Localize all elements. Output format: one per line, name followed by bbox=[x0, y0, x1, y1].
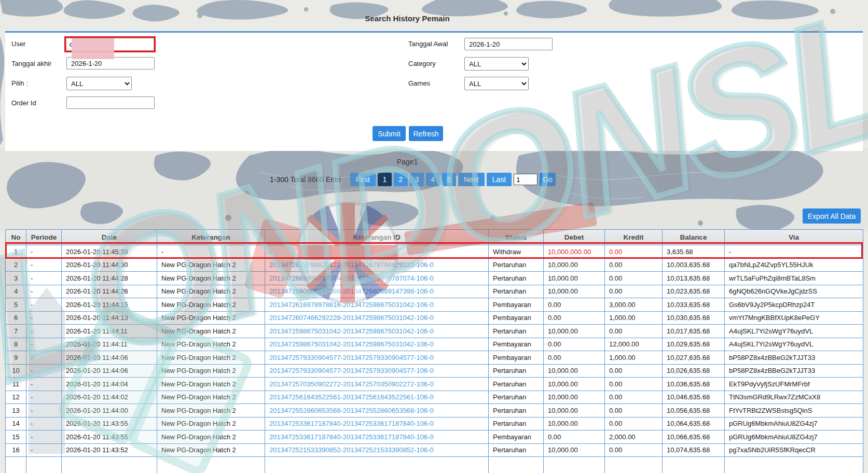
cell-balance: 10,030,635.68 bbox=[663, 311, 725, 325]
pagination-last-button[interactable]: Last bbox=[487, 173, 512, 186]
cell-status: Pertaruhan bbox=[489, 285, 544, 298]
cell-kredit: 1,000.00 bbox=[605, 351, 663, 365]
keterangan-id-link[interactable]: 2013472579330904577-2013472579330904577-… bbox=[265, 351, 489, 365]
pagination-page-5[interactable]: 5 bbox=[442, 173, 456, 186]
cell-via: 6gNQb626nGQVkeJgCjdzSS bbox=[725, 285, 863, 298]
pagination-page-3[interactable]: 3 bbox=[410, 173, 424, 186]
cell-balance: 10,027,635.68 bbox=[663, 351, 725, 365]
cell-via: pGRUg6MbkmAhiuU8ZG4zj7 bbox=[725, 430, 863, 444]
cell-periode: - bbox=[26, 351, 62, 365]
cell-no: 3 bbox=[6, 272, 26, 285]
keterangan-id-link[interactable]: 2013472552860653568-2013472552860653568-… bbox=[265, 404, 489, 418]
cell-periode: - bbox=[26, 311, 62, 325]
cell-no: 15 bbox=[6, 430, 26, 444]
cell-via: FtYvTRBt2ZWSBstsg5QinS bbox=[725, 404, 863, 418]
cell-date: 2026-01-20 11:43:52 bbox=[62, 443, 157, 457]
cell-kredit: 3,000.00 bbox=[605, 298, 663, 312]
keterangan-id-link[interactable]: 2013472616978978816-2013472598675031042-… bbox=[265, 298, 489, 312]
keterangan-id-link[interactable]: 2013472598675031042-2013472598675031042-… bbox=[265, 325, 489, 338]
cell-debet: 10,000.00 bbox=[544, 285, 605, 298]
cell-date: 2026-01-20 11:44:06 bbox=[62, 364, 157, 378]
order-id-input[interactable] bbox=[66, 96, 155, 109]
table-row: 5-2026-01-20 11:44:15New PG-Dragon Hatch… bbox=[6, 298, 863, 312]
cell-keterangan: New PG-Dragon Hatch 2 bbox=[157, 311, 265, 325]
pagination-go-button[interactable]: Go bbox=[540, 173, 556, 186]
pagination-next-button[interactable]: Next bbox=[458, 173, 485, 186]
pagination-page-2[interactable]: 2 bbox=[394, 173, 408, 186]
cell-balance: 10,066,635.68 bbox=[663, 430, 725, 444]
cell-no: 13 bbox=[6, 404, 26, 418]
keterangan-id-link[interactable]: 2013472660889147398-2013472660889147398-… bbox=[265, 285, 489, 298]
cell-no: 14 bbox=[6, 417, 26, 430]
refresh-button[interactable]: Refresh bbox=[409, 126, 443, 141]
cell-balance: 3,635.68 bbox=[663, 245, 725, 259]
cell-date: 2026-01-20 11:44:28 bbox=[62, 272, 157, 285]
cell-status: Pembayaran bbox=[489, 351, 544, 365]
pagination-first-button[interactable]: First bbox=[350, 173, 376, 186]
cell-date: 2026-01-20 11:44:11 bbox=[62, 338, 157, 351]
cell-date: 2026-01-20 11:44:00 bbox=[62, 404, 157, 418]
submit-button[interactable]: Submit bbox=[373, 126, 406, 141]
order-id-label: Order Id bbox=[11, 99, 36, 107]
cell-keterangan: New PG-Dragon Hatch 2 bbox=[157, 258, 265, 272]
cell-empty bbox=[605, 457, 663, 473]
category-select[interactable]: ALL bbox=[464, 57, 529, 71]
cell-empty bbox=[489, 457, 544, 473]
keterangan-id-link[interactable]: 2013472607466292228-2013472598675031042-… bbox=[265, 311, 489, 325]
cell-debet: 0.00 bbox=[544, 298, 605, 312]
cell-keterangan: New PG-Dragon Hatch 2 bbox=[157, 417, 265, 430]
cell-status: Pertaruhan bbox=[489, 417, 544, 430]
pilih-select[interactable]: ALL bbox=[66, 77, 132, 90]
export-all-data-button[interactable]: Export All Data bbox=[803, 208, 861, 224]
tanggal-awal-input[interactable] bbox=[464, 38, 553, 50]
search-history-screen: Search History Pemain User Tanggal akhir… bbox=[0, 0, 868, 473]
cell-periode: - bbox=[26, 443, 62, 457]
cell-status: Pembayaran bbox=[489, 298, 544, 312]
keterangan-id-link[interactable]: 2013472570350902272-2013472570350902272-… bbox=[265, 378, 489, 391]
cell-keterangan: New PG-Dragon Hatch 2 bbox=[157, 351, 265, 365]
cell-kredit: 0.00 bbox=[605, 404, 663, 418]
table-row: 9-2026-01-20 11:44:06New PG-Dragon Hatch… bbox=[6, 351, 863, 365]
cell-debet: 0.00 bbox=[544, 351, 605, 365]
cell-no: 12 bbox=[6, 391, 26, 404]
keterangan-id-link[interactable]: 2013472521533390852-2013472521533390852-… bbox=[265, 443, 489, 457]
keterangan-id-link[interactable]: 2013472669990787074-2013472669990787074-… bbox=[265, 272, 489, 285]
cell-empty bbox=[157, 457, 265, 473]
cell-balance: 10,003,635.68 bbox=[663, 258, 725, 272]
tanggal-awal-label: Tanggal Awal bbox=[408, 40, 448, 48]
cell-no: 11 bbox=[6, 378, 26, 391]
pagination-goto-input[interactable] bbox=[514, 174, 538, 185]
table-row: 13-2026-01-20 11:44:00New PG-Dragon Hatc… bbox=[6, 404, 863, 418]
cell-keterangan: New PG-Dragon Hatch 2 bbox=[157, 298, 265, 312]
pagination-page-1[interactable]: 1 bbox=[378, 173, 392, 186]
cell-balance: 10,023,635.68 bbox=[663, 285, 725, 298]
keterangan-id-link[interactable]: 2013472598675031042-2013472598675031042-… bbox=[265, 338, 489, 351]
cell-no: 10 bbox=[6, 364, 26, 378]
cell-status: Pertaruhan bbox=[489, 258, 544, 272]
cell-date: 2026-01-20 11:45:39 bbox=[62, 245, 157, 259]
keterangan-id-link[interactable]: 2013472533617187840-2013472533617187840-… bbox=[265, 430, 489, 444]
cell-kredit: 0.00 bbox=[605, 443, 663, 457]
pagination-page-4[interactable]: 4 bbox=[426, 173, 440, 186]
column-header-via: Via bbox=[725, 230, 863, 245]
cell-periode: - bbox=[26, 391, 62, 404]
cell-via: - bbox=[725, 245, 863, 259]
pagination: 1-300 Total 8660 Entri First 12345 Next … bbox=[270, 173, 556, 186]
games-select[interactable]: ALL bbox=[464, 77, 529, 90]
table-row: 8-2026-01-20 11:44:11New PG-Dragon Hatch… bbox=[6, 338, 863, 351]
history-table: No Periode Date Keterangan Keterangan ID… bbox=[5, 229, 863, 473]
keterangan-id-link[interactable]: 2013472678794629122-2013472678794629122-… bbox=[265, 258, 489, 272]
keterangan-id-link[interactable]: 2013472533617187840-2013472533617187840-… bbox=[265, 417, 489, 430]
cell-keterangan: New PG-Dragon Hatch 2 bbox=[157, 430, 265, 444]
cell-balance: 10,056,635.68 bbox=[663, 404, 725, 418]
keterangan-id-link[interactable]: 2013472561643522561-2013472561643522561-… bbox=[265, 391, 489, 404]
keterangan-id-link[interactable]: 2013472579330904577-2013472579330904577-… bbox=[265, 364, 489, 378]
entries-count: 1-300 Total 8660 Entri bbox=[270, 175, 341, 184]
cell-periode: - bbox=[26, 272, 62, 285]
pilih-label: Pilih : bbox=[11, 79, 28, 87]
cell-debet: 10,000.00 bbox=[544, 391, 605, 404]
cell-kredit: 1,000.00 bbox=[605, 311, 663, 325]
cell-keterangan: New PG-Dragon Hatch 2 bbox=[157, 378, 265, 391]
user-label: User bbox=[11, 40, 25, 48]
cell-via: TtN3smGRd9LRwx7ZzMCxX8 bbox=[725, 391, 863, 404]
